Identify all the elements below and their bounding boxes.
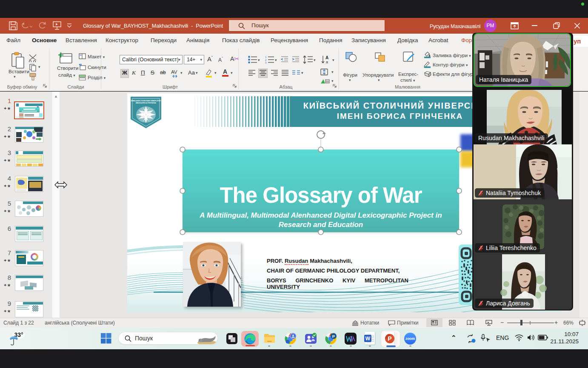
svg-text:P: P: [388, 335, 391, 342]
svg-text:W: W: [365, 336, 371, 342]
svg-text:3: 3: [265, 61, 267, 63]
svg-text:A: A: [325, 55, 328, 60]
svg-text:P: P: [332, 334, 335, 339]
svg-text:2: 2: [265, 59, 267, 61]
svg-text:КИЇВСЬКИЙ СТОЛИЧНИЙ УНІВЕРСИТЕ: КИЇВСЬКИЙ СТОЛИЧНИЙ УНІВЕРСИТЕТ: [131, 100, 161, 102]
svg-text:я: я: [326, 60, 328, 64]
svg-text:ІМЕНІ БОРИСА ГРІНЧЕНКА: ІМЕНІ БОРИСА ГРІНЧЕНКА: [136, 102, 156, 104]
svg-text:1: 1: [265, 56, 267, 58]
